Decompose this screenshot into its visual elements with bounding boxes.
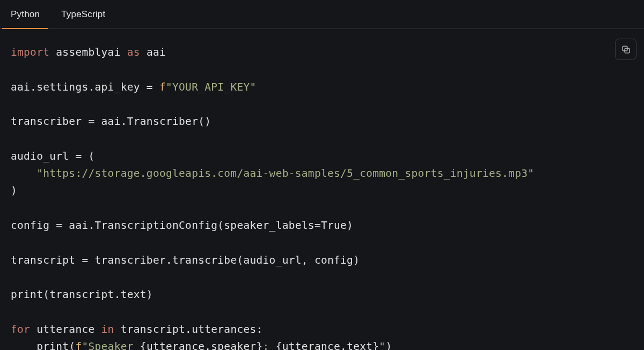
tab-label: TypeScript bbox=[61, 9, 105, 20]
operator-eq: = bbox=[75, 150, 82, 162]
code-text: aai.settings.api_key bbox=[11, 81, 147, 93]
bool-literal: True bbox=[321, 219, 347, 232]
code-text: (transcript.text) bbox=[43, 288, 153, 301]
code-text: aai.Transcriber() bbox=[95, 115, 211, 128]
string-literal: "https://storage.googleapis.com/aai-web-… bbox=[36, 167, 534, 180]
code-text: ) bbox=[347, 219, 353, 232]
operator-eq: = bbox=[56, 219, 62, 232]
keyword-in: in bbox=[101, 323, 114, 336]
builtin-print: print bbox=[36, 340, 69, 350]
fstring-interp: {utterance.text} bbox=[276, 340, 379, 350]
code-text: ) bbox=[11, 184, 17, 197]
code-text: config bbox=[11, 219, 56, 232]
code-text: ) bbox=[385, 340, 392, 350]
string-literal: "Speaker bbox=[82, 340, 140, 350]
operator-eq: = bbox=[88, 115, 94, 128]
string-literal: " bbox=[379, 340, 385, 350]
string-literal: : bbox=[263, 340, 276, 350]
code-text: transcriber.transcribe(audio_url, config… bbox=[89, 254, 360, 266]
code-text: transcript.utterances: bbox=[114, 323, 263, 336]
code-block: import assemblyai as aai aai.settings.ap… bbox=[0, 29, 644, 350]
tab-python[interactable]: Python bbox=[0, 0, 50, 28]
copy-button[interactable] bbox=[615, 39, 636, 60]
operator-eq: = bbox=[314, 219, 321, 232]
module-name: assemblyai bbox=[56, 46, 120, 58]
fstring-interp: {utterance.speaker} bbox=[140, 340, 263, 350]
code-text: transcriber bbox=[11, 115, 88, 128]
tab-label: Python bbox=[11, 9, 40, 20]
keyword-for: for bbox=[11, 323, 30, 336]
code-text: aai.TranscriptionConfig(speaker_labels bbox=[62, 219, 314, 232]
code-content: import assemblyai as aai aai.settings.ap… bbox=[11, 44, 633, 350]
operator-eq: = bbox=[147, 81, 153, 93]
code-text: ( bbox=[82, 150, 94, 162]
code-text: transcript bbox=[11, 254, 82, 266]
fstring-prefix: f bbox=[159, 81, 166, 93]
keyword-import: import bbox=[11, 46, 49, 58]
fstring-prefix: f bbox=[75, 340, 82, 350]
alias-name: aai bbox=[147, 46, 166, 58]
indent bbox=[11, 167, 36, 180]
keyword-as: as bbox=[127, 46, 140, 58]
string-literal: "YOUR_API_KEY" bbox=[166, 81, 257, 93]
copy-icon bbox=[621, 44, 631, 55]
code-text: audio_url bbox=[11, 150, 75, 162]
space bbox=[153, 81, 159, 93]
tab-typescript[interactable]: TypeScript bbox=[50, 0, 116, 28]
tab-bar: Python TypeScript bbox=[0, 0, 644, 29]
builtin-print: print bbox=[11, 288, 43, 301]
code-text: utterance bbox=[30, 323, 101, 336]
code-text: ( bbox=[69, 340, 75, 350]
indent bbox=[11, 340, 36, 350]
operator-eq: = bbox=[82, 254, 88, 266]
